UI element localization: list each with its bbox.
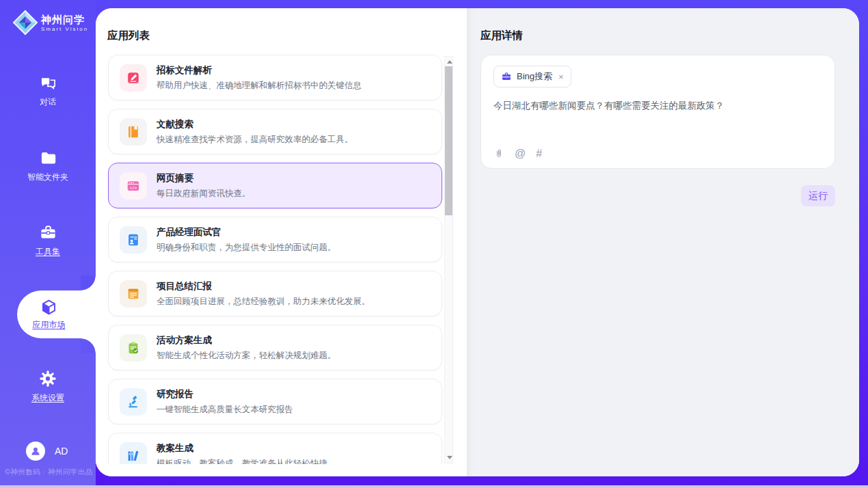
scrollbar-thumb[interactable] xyxy=(445,66,452,215)
app-icon-tile xyxy=(120,280,147,308)
app-list-title: 应用列表 xyxy=(107,29,150,43)
toolbox-icon xyxy=(39,223,57,242)
app-icon-tile xyxy=(120,226,147,254)
user-name: AD xyxy=(55,446,68,457)
prompt-card[interactable]: Bing搜索 × 今日湖北有哪些新闻要点？有哪些需要关注的最新政策？ @ # xyxy=(480,55,835,169)
sidebar-item-label: 工具集 xyxy=(36,246,60,258)
browser-code-icon: </> xyxy=(126,178,141,193)
app-card-title: 研究报告 xyxy=(157,388,293,401)
books-icon xyxy=(126,448,141,463)
prompt-text[interactable]: 今日湖北有哪些新闻要点？有哪些需要关注的最新政策？ xyxy=(493,99,821,113)
bubble-curve-bottom xyxy=(81,338,96,353)
brand-logo: 神州问学 Smart Vision xyxy=(12,10,88,36)
app-card-title: 产品经理面试官 xyxy=(157,226,336,239)
tool-chip-label: Bing搜索 xyxy=(517,70,552,83)
book-icon xyxy=(126,124,141,139)
app-icon-tile: </> xyxy=(120,172,147,200)
app-detail-panel: 应用详情 Bing搜索 × 今日湖北有哪些新闻要点？有哪些需要关注的最新政策？ xyxy=(467,8,859,476)
sidebar-item-label: 对话 xyxy=(40,96,56,108)
avatar xyxy=(26,442,45,461)
folder-icon xyxy=(39,149,57,167)
app-icon-tile xyxy=(120,334,147,362)
gear-icon xyxy=(38,369,57,388)
app-card-bid-document-parsing[interactable]: 招标文件解析 帮助用户快速、准确地理解和解析招标书中的关键信息 xyxy=(108,55,442,100)
app-card-title: 活动方案生成 xyxy=(157,334,336,347)
app-card-description: 帮助用户快速、准确地理解和解析招标书中的关键信息 xyxy=(157,80,362,92)
app-card-title: 教案生成 xyxy=(157,442,327,455)
mention-icon[interactable]: @ xyxy=(515,148,526,159)
run-button[interactable]: 运行 xyxy=(801,185,835,206)
app-list: 招标文件解析 帮助用户快速、准确地理解和解析招标书中的关键信息 文献搜索 xyxy=(108,55,442,464)
app-card-description: 明确身份和职责，为您提供专业性的面试问题。 xyxy=(157,242,336,254)
app-card-description: 智能生成个性化活动方案，轻松解决规划难题。 xyxy=(157,350,336,362)
app-card-title: 项目总结汇报 xyxy=(157,280,370,293)
clipboard-check-icon xyxy=(126,340,141,355)
app-card-project-summary-report[interactable]: 项目总结汇报 全面回顾项目进展，总结经验教训，助力未来优化发展。 xyxy=(108,271,442,316)
copyright: ©神州数码 · 神州问学出品 xyxy=(5,467,93,477)
user-avatar-icon xyxy=(29,445,42,457)
app-card-event-plan-generation[interactable]: 活动方案生成 智能生成个性化活动方案，轻松解决规划难题。 xyxy=(108,325,442,370)
sidebar-item-label: 系统设置 xyxy=(31,392,64,404)
app-card-title: 招标文件解析 xyxy=(157,64,362,77)
app-card-research-report[interactable]: 研究报告 一键智能生成高质量长文本研究报告 xyxy=(108,379,442,424)
app-card-webpage-summary[interactable]: </> 网页摘要 每日政府新闻资讯快查。 xyxy=(108,163,442,208)
sidebar: 神州问学 Smart Vision 对话 智能文件夹 xyxy=(0,0,96,485)
app-card-title: 网页摘要 xyxy=(157,172,251,185)
app-detail-title: 应用详情 xyxy=(480,29,523,43)
app-card-description: 每日政府新闻资讯快查。 xyxy=(157,188,251,200)
sidebar-item-label: 应用市场 xyxy=(33,319,66,331)
hash-icon[interactable]: # xyxy=(536,148,542,159)
app-card-description: 快速精准查找学术资源，提高研究效率的必备工具。 xyxy=(157,134,353,146)
scrollbar[interactable] xyxy=(444,56,453,463)
sidebar-item-app-market[interactable]: 应用市场 xyxy=(17,290,96,338)
main-content: 应用列表 招标文件解析 帮助用户快速、准确地理解和解析招标书中的关键信息 xyxy=(96,8,859,476)
prompt-toolbar: @ # xyxy=(493,148,542,159)
brand-subtitle: Smart Vision xyxy=(41,26,88,32)
app-card-literature-search[interactable]: 文献搜索 快速精准查找学术资源，提高研究效率的必备工具。 xyxy=(108,109,442,154)
app-list-panel: 应用列表 招标文件解析 帮助用户快速、准确地理解和解析招标书中的关键信息 xyxy=(96,8,467,476)
app-icon-tile xyxy=(120,118,147,146)
app-icon-tile xyxy=(120,64,147,92)
briefcase-icon xyxy=(501,71,512,82)
bottom-edge-strip xyxy=(0,485,868,488)
scroll-up-icon[interactable] xyxy=(447,60,452,64)
chip-close-icon[interactable]: × xyxy=(558,72,564,82)
sidebar-item-chat[interactable]: 对话 xyxy=(0,74,96,108)
scroll-down-icon[interactable] xyxy=(447,456,452,459)
interviewer-icon xyxy=(126,232,141,247)
cube-icon xyxy=(40,298,58,316)
app-icon-tile xyxy=(120,388,147,416)
app-card-description: 全面回顾项目进展，总结经验教训，助力未来优化发展。 xyxy=(157,296,370,308)
brand-name: 神州问学 xyxy=(41,14,88,26)
app-card-lesson-plan-generation[interactable]: 教案生成 模板驱动，教案秒成，教学准备从此轻松快捷 xyxy=(108,433,442,464)
brand-logo-icon xyxy=(12,10,38,36)
sidebar-item-toolset[interactable]: 工具集 xyxy=(0,223,96,258)
svg-text:</>: </> xyxy=(130,185,137,189)
app-card-title: 文献搜索 xyxy=(157,118,353,131)
app-card-description: 一键智能生成高质量长文本研究报告 xyxy=(157,404,293,416)
app-window: 神州问学 Smart Vision 对话 智能文件夹 xyxy=(0,0,868,488)
sidebar-item-label: 智能文件夹 xyxy=(27,172,68,183)
notepad-icon xyxy=(126,286,141,301)
edit-document-icon xyxy=(126,70,141,85)
app-icon-tile xyxy=(120,442,147,465)
chat-icon xyxy=(39,74,57,92)
microscope-icon xyxy=(126,394,141,409)
sidebar-item-settings[interactable]: 系统设置 xyxy=(0,369,96,404)
sidebar-item-smart-folder[interactable]: 智能文件夹 xyxy=(0,149,96,183)
app-card-pm-interviewer[interactable]: 产品经理面试官 明确身份和职责，为您提供专业性的面试问题。 xyxy=(108,217,442,262)
bubble-curve-top xyxy=(81,275,96,290)
tool-chip-bing-search[interactable]: Bing搜索 × xyxy=(493,66,571,87)
attachment-icon[interactable] xyxy=(493,148,504,159)
app-card-description: 模板驱动，教案秒成，教学准备从此轻松快捷 xyxy=(157,458,327,465)
user-profile[interactable]: AD xyxy=(26,442,68,461)
